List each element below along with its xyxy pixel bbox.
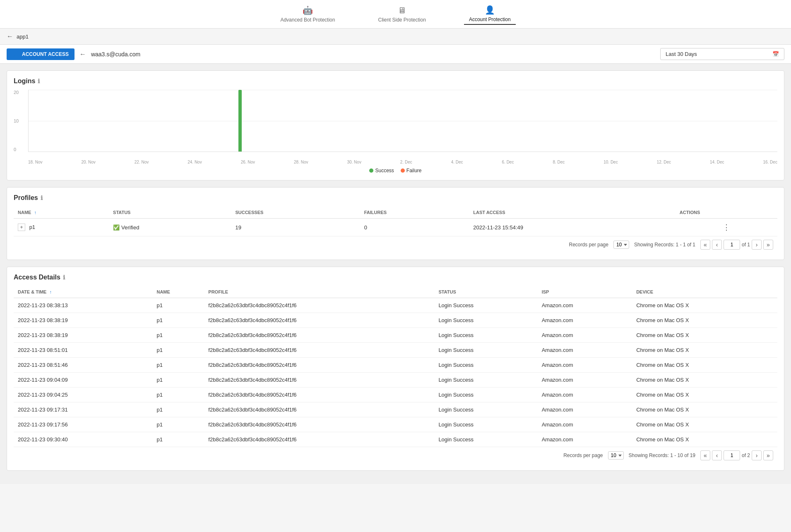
legend-success-label: Success [375, 168, 394, 173]
access-datetime-8: 2022-11-23 09:17:56 [14, 417, 152, 432]
profiles-prev-page[interactable]: ‹ [712, 240, 722, 250]
x-label-7: 2. Dec [400, 160, 412, 164]
col-last-access: LAST ACCESS [469, 207, 676, 219]
profiles-first-page[interactable]: « [700, 240, 710, 250]
access-prev-page[interactable]: ‹ [712, 450, 722, 460]
access-last-page[interactable]: » [763, 450, 773, 460]
access-details-tbody: 2022-11-23 08:38:13 p1 f2b8c2a62c63dbf3c… [14, 298, 777, 447]
access-name-4: p1 [152, 358, 204, 373]
access-profile-5: f2b8c2a62c63dbf3c4dbc89052c4f1f6 [204, 373, 434, 388]
access-device-6: Chrome on Mac OS X [632, 388, 777, 402]
access-page-nav: « ‹ of 2 › » [700, 450, 773, 460]
access-col-status: STATUS [434, 286, 537, 298]
access-isp-9: Amazon.com [538, 432, 632, 447]
access-isp-0: Amazon.com [538, 298, 632, 313]
expand-button[interactable]: + [18, 224, 25, 231]
table-row: 2022-11-23 09:30:40 p1 f2b8c2a62c63dbf3c… [14, 432, 777, 447]
x-label-10: 8. Dec [553, 160, 565, 164]
account-email: waa3.s@cuda.com [91, 51, 655, 58]
profile-actions-cell: ⋮ [676, 219, 777, 236]
access-isp-5: Amazon.com [538, 373, 632, 388]
x-label-4: 26. Nov [241, 160, 255, 164]
access-profile-2: f2b8c2a62c63dbf3c4dbc89052c4f1f6 [204, 328, 434, 343]
logins-info-icon[interactable]: ℹ [38, 78, 40, 84]
x-label-2: 22. Nov [135, 160, 149, 164]
nav-bot-protection[interactable]: 🤖 Advanced Bot Protection [275, 4, 340, 24]
table-row: 2022-11-23 08:51:01 p1 f2b8c2a62c63dbf3c… [14, 343, 777, 358]
access-profile-1: f2b8c2a62c63dbf3c4dbc89052c4f1f6 [204, 313, 434, 328]
account-access-badge: 👤 ACCOUNT ACCESS [7, 48, 75, 60]
profiles-table-body: + p1 ✅ Verified 19 0 2022-11-23 15:54:49… [14, 219, 777, 236]
app-bar: ← app1 [0, 29, 791, 45]
profiles-showing-records: Showing Records: 1 - 1 of 1 [634, 242, 695, 248]
access-showing-records: Showing Records: 1 - 10 of 19 [629, 453, 695, 458]
nav-client-side[interactable]: 🖥 Client Side Protection [373, 4, 430, 24]
x-label-3: 24. Nov [188, 160, 202, 164]
access-device-7: Chrome on Mac OS X [632, 402, 777, 417]
person-icon: 👤 [12, 51, 19, 58]
x-label-6: 30. Nov [347, 160, 361, 164]
access-datetime-6: 2022-11-23 09:04:25 [14, 388, 152, 402]
access-next-page[interactable]: › [752, 450, 762, 460]
legend-failure-label: Failure [406, 168, 422, 173]
date-range-text: Last 30 Days [666, 51, 697, 57]
access-device-5: Chrome on Mac OS X [632, 373, 777, 388]
profiles-per-page-select[interactable]: 10 25 50 [613, 241, 629, 249]
col-status: STATUS [109, 207, 231, 219]
bot-protection-icon: 🤖 [303, 5, 313, 15]
table-row: 2022-11-23 08:38:19 p1 f2b8c2a62c63dbf3c… [14, 313, 777, 328]
access-profile-9: f2b8c2a62c63dbf3c4dbc89052c4f1f6 [204, 432, 434, 447]
profile-failures: 0 [360, 219, 469, 236]
grid-line-top [29, 90, 777, 90]
access-isp-7: Amazon.com [538, 402, 632, 417]
table-row: 2022-11-23 08:38:19 p1 f2b8c2a62c63dbf3c… [14, 328, 777, 343]
access-isp-6: Amazon.com [538, 388, 632, 402]
access-isp-1: Amazon.com [538, 313, 632, 328]
access-details-title: Access Details ℹ [14, 274, 777, 281]
access-table-header: DATE & TIME ↑ NAME PROFILE STATUS ISP DE… [14, 286, 777, 298]
access-profile-4: f2b8c2a62c63dbf3c4dbc89052c4f1f6 [204, 358, 434, 373]
profiles-last-page[interactable]: » [763, 240, 773, 250]
access-per-page-select[interactable]: 10 25 50 [608, 451, 624, 460]
y-label-20: 20 [14, 90, 26, 95]
profiles-page-nav: « ‹ of 1 › » [700, 240, 773, 250]
access-profile-6: f2b8c2a62c63dbf3c4dbc89052c4f1f6 [204, 388, 434, 402]
access-device-3: Chrome on Mac OS X [632, 343, 777, 358]
x-label-5: 28. Nov [294, 160, 308, 164]
col-failures: FAILURES [360, 207, 469, 219]
access-col-datetime[interactable]: DATE & TIME ↑ [14, 286, 152, 298]
access-name-0: p1 [152, 298, 204, 313]
access-status-2: Login Success [434, 328, 537, 343]
access-details-info-icon[interactable]: ℹ [63, 274, 65, 281]
profiles-pagination: Records per page 10 25 50 Showing Record… [14, 236, 777, 253]
access-details-card: Access Details ℹ DATE & TIME ↑ NAME PROF… [7, 267, 784, 471]
x-label-11: 10. Dec [603, 160, 618, 164]
access-name-3: p1 [152, 343, 204, 358]
access-col-name: NAME [152, 286, 204, 298]
col-name[interactable]: NAME ↑ [14, 207, 109, 219]
profiles-next-page[interactable]: › [752, 240, 762, 250]
date-range-selector[interactable]: Last 30 Days 📅 [660, 48, 784, 60]
profiles-page-input[interactable] [724, 240, 740, 250]
table-row: 2022-11-23 09:17:56 p1 f2b8c2a62c63dbf3c… [14, 417, 777, 432]
access-status-8: Login Success [434, 417, 537, 432]
chart-legend: Success Failure [14, 168, 777, 173]
access-datetime-2: 2022-11-23 08:38:19 [14, 328, 152, 343]
access-first-page[interactable]: « [700, 450, 710, 460]
logins-card: Logins ℹ 20 10 0 18. Nov 20. Nov 22. Nov… [7, 70, 784, 181]
access-name-7: p1 [152, 402, 204, 417]
x-label-9: 6. Dec [502, 160, 514, 164]
profiles-info-icon[interactable]: ℹ [41, 195, 43, 201]
actions-menu-button[interactable]: ⋮ [680, 223, 773, 232]
top-nav: 🤖 Advanced Bot Protection 🖥 Client Side … [0, 0, 791, 29]
profiles-of-label: of 1 [742, 242, 750, 248]
access-status-3: Login Success [434, 343, 537, 358]
table-row: 2022-11-23 08:51:46 p1 f2b8c2a62c63dbf3c… [14, 358, 777, 373]
access-device-8: Chrome on Mac OS X [632, 417, 777, 432]
access-page-input[interactable] [724, 450, 740, 460]
access-device-1: Chrome on Mac OS X [632, 313, 777, 328]
app-back-button[interactable]: ← [7, 33, 13, 40]
access-isp-4: Amazon.com [538, 358, 632, 373]
account-back-button[interactable]: ← [79, 51, 86, 58]
nav-account-protection[interactable]: 👤 Account Protection [464, 3, 516, 25]
